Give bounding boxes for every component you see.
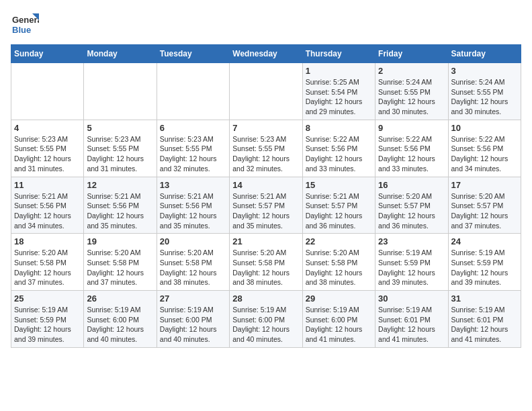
- day-cell: 7Sunrise: 5:23 AM Sunset: 5:55 PM Daylig…: [230, 120, 302, 177]
- day-number: 15: [306, 180, 372, 190]
- day-number: 19: [87, 236, 153, 246]
- day-cell: 12Sunrise: 5:21 AM Sunset: 5:56 PM Dayli…: [84, 177, 157, 234]
- day-number: 27: [160, 293, 226, 304]
- day-cell: 5Sunrise: 5:23 AM Sunset: 5:55 PM Daylig…: [84, 120, 157, 177]
- day-cell: 8Sunrise: 5:22 AM Sunset: 5:56 PM Daylig…: [302, 120, 375, 177]
- day-number: 25: [14, 293, 81, 304]
- day-number: 16: [378, 180, 445, 190]
- day-info: Sunrise: 5:20 AM Sunset: 5:58 PM Dayligh…: [306, 248, 372, 287]
- day-number: 30: [378, 293, 445, 304]
- day-number: 11: [14, 180, 81, 190]
- day-cell: 4Sunrise: 5:23 AM Sunset: 5:55 PM Daylig…: [11, 120, 84, 177]
- day-info: Sunrise: 5:19 AM Sunset: 6:01 PM Dayligh…: [378, 305, 445, 345]
- day-cell: [11, 63, 84, 120]
- day-info: Sunrise: 5:20 AM Sunset: 5:57 PM Dayligh…: [451, 191, 518, 231]
- day-info: Sunrise: 5:19 AM Sunset: 5:59 PM Dayligh…: [378, 248, 445, 287]
- header-wednesday: Wednesday: [230, 45, 302, 63]
- page-header: General Blue: [11, 11, 521, 39]
- header-saturday: Saturday: [448, 45, 521, 63]
- day-number: 17: [451, 180, 518, 190]
- day-number: 20: [160, 236, 226, 246]
- header-tuesday: Tuesday: [157, 45, 229, 63]
- day-cell: 10Sunrise: 5:22 AM Sunset: 5:56 PM Dayli…: [448, 120, 521, 177]
- day-number: 2: [378, 66, 445, 76]
- week-row-1: 1Sunrise: 5:25 AM Sunset: 5:54 PM Daylig…: [11, 63, 521, 120]
- day-number: 10: [451, 123, 518, 133]
- day-cell: 31Sunrise: 5:19 AM Sunset: 6:01 PM Dayli…: [448, 291, 521, 348]
- day-info: Sunrise: 5:23 AM Sunset: 5:55 PM Dayligh…: [87, 134, 153, 174]
- day-info: Sunrise: 5:19 AM Sunset: 5:59 PM Dayligh…: [14, 305, 81, 345]
- day-cell: 3Sunrise: 5:24 AM Sunset: 5:55 PM Daylig…: [448, 63, 521, 120]
- day-number: 23: [378, 236, 445, 246]
- day-cell: 18Sunrise: 5:20 AM Sunset: 5:58 PM Dayli…: [11, 234, 84, 291]
- day-cell: 20Sunrise: 5:20 AM Sunset: 5:58 PM Dayli…: [157, 234, 229, 291]
- day-cell: 1Sunrise: 5:25 AM Sunset: 5:54 PM Daylig…: [302, 63, 375, 120]
- day-info: Sunrise: 5:20 AM Sunset: 5:58 PM Dayligh…: [160, 248, 226, 287]
- day-number: 18: [14, 236, 81, 246]
- day-info: Sunrise: 5:19 AM Sunset: 6:00 PM Dayligh…: [87, 305, 153, 345]
- header-row: SundayMondayTuesdayWednesdayThursdayFrid…: [11, 45, 521, 63]
- day-number: 13: [160, 180, 226, 190]
- day-info: Sunrise: 5:22 AM Sunset: 5:56 PM Dayligh…: [451, 134, 518, 174]
- day-cell: 24Sunrise: 5:19 AM Sunset: 5:59 PM Dayli…: [448, 234, 521, 291]
- day-cell: 28Sunrise: 5:19 AM Sunset: 6:00 PM Dayli…: [230, 291, 302, 348]
- day-number: 3: [451, 66, 518, 76]
- day-info: Sunrise: 5:22 AM Sunset: 5:56 PM Dayligh…: [306, 134, 372, 174]
- day-info: Sunrise: 5:19 AM Sunset: 6:00 PM Dayligh…: [160, 305, 226, 345]
- day-number: 9: [378, 123, 445, 133]
- day-cell: 13Sunrise: 5:21 AM Sunset: 5:56 PM Dayli…: [157, 177, 229, 234]
- day-info: Sunrise: 5:20 AM Sunset: 5:58 PM Dayligh…: [87, 248, 153, 287]
- day-info: Sunrise: 5:19 AM Sunset: 6:00 PM Dayligh…: [232, 305, 299, 345]
- day-info: Sunrise: 5:22 AM Sunset: 5:56 PM Dayligh…: [378, 134, 445, 174]
- day-info: Sunrise: 5:21 AM Sunset: 5:56 PM Dayligh…: [14, 191, 81, 231]
- header-sunday: Sunday: [11, 45, 84, 63]
- svg-text:General: General: [12, 15, 39, 25]
- day-number: 4: [14, 123, 81, 133]
- header-monday: Monday: [84, 45, 157, 63]
- day-info: Sunrise: 5:21 AM Sunset: 5:56 PM Dayligh…: [160, 191, 226, 231]
- day-cell: 6Sunrise: 5:23 AM Sunset: 5:55 PM Daylig…: [157, 120, 229, 177]
- header-thursday: Thursday: [302, 45, 375, 63]
- day-cell: [157, 63, 229, 120]
- week-row-4: 18Sunrise: 5:20 AM Sunset: 5:58 PM Dayli…: [11, 234, 521, 291]
- day-number: 31: [451, 293, 518, 304]
- day-cell: 2Sunrise: 5:24 AM Sunset: 5:55 PM Daylig…: [375, 63, 448, 120]
- day-info: Sunrise: 5:23 AM Sunset: 5:55 PM Dayligh…: [14, 134, 81, 174]
- day-number: 24: [451, 236, 518, 246]
- day-info: Sunrise: 5:23 AM Sunset: 5:55 PM Dayligh…: [232, 134, 299, 174]
- day-cell: 29Sunrise: 5:19 AM Sunset: 6:00 PM Dayli…: [302, 291, 375, 348]
- day-number: 26: [87, 293, 153, 304]
- day-cell: 11Sunrise: 5:21 AM Sunset: 5:56 PM Dayli…: [11, 177, 84, 234]
- day-cell: [84, 63, 157, 120]
- day-number: 12: [87, 180, 153, 190]
- day-cell: 21Sunrise: 5:20 AM Sunset: 5:58 PM Dayli…: [230, 234, 302, 291]
- week-row-5: 25Sunrise: 5:19 AM Sunset: 5:59 PM Dayli…: [11, 291, 521, 348]
- day-number: 14: [232, 180, 299, 190]
- day-info: Sunrise: 5:20 AM Sunset: 5:58 PM Dayligh…: [14, 248, 81, 287]
- day-cell: 27Sunrise: 5:19 AM Sunset: 6:00 PM Dayli…: [157, 291, 229, 348]
- day-number: 21: [232, 236, 299, 246]
- day-info: Sunrise: 5:19 AM Sunset: 6:00 PM Dayligh…: [306, 305, 372, 345]
- day-info: Sunrise: 5:21 AM Sunset: 5:57 PM Dayligh…: [306, 191, 372, 231]
- day-info: Sunrise: 5:20 AM Sunset: 5:58 PM Dayligh…: [232, 248, 299, 287]
- day-info: Sunrise: 5:19 AM Sunset: 5:59 PM Dayligh…: [451, 248, 518, 287]
- day-cell: 25Sunrise: 5:19 AM Sunset: 5:59 PM Dayli…: [11, 291, 84, 348]
- day-cell: [230, 63, 302, 120]
- week-row-2: 4Sunrise: 5:23 AM Sunset: 5:55 PM Daylig…: [11, 120, 521, 177]
- day-cell: 19Sunrise: 5:20 AM Sunset: 5:58 PM Dayli…: [84, 234, 157, 291]
- day-info: Sunrise: 5:25 AM Sunset: 5:54 PM Dayligh…: [306, 77, 372, 117]
- day-cell: 16Sunrise: 5:20 AM Sunset: 5:57 PM Dayli…: [375, 177, 448, 234]
- day-cell: 26Sunrise: 5:19 AM Sunset: 6:00 PM Dayli…: [84, 291, 157, 348]
- day-number: 8: [306, 123, 372, 133]
- day-info: Sunrise: 5:24 AM Sunset: 5:55 PM Dayligh…: [378, 77, 445, 117]
- day-number: 5: [87, 123, 153, 133]
- day-number: 7: [232, 123, 299, 133]
- logo: General Blue: [11, 11, 39, 39]
- day-info: Sunrise: 5:21 AM Sunset: 5:57 PM Dayligh…: [232, 191, 299, 231]
- calendar-table: SundayMondayTuesdayWednesdayThursdayFrid…: [11, 44, 521, 348]
- day-cell: 15Sunrise: 5:21 AM Sunset: 5:57 PM Dayli…: [302, 177, 375, 234]
- day-info: Sunrise: 5:19 AM Sunset: 6:01 PM Dayligh…: [451, 305, 518, 345]
- day-cell: 17Sunrise: 5:20 AM Sunset: 5:57 PM Dayli…: [448, 177, 521, 234]
- day-number: 29: [306, 293, 372, 304]
- day-number: 22: [306, 236, 372, 246]
